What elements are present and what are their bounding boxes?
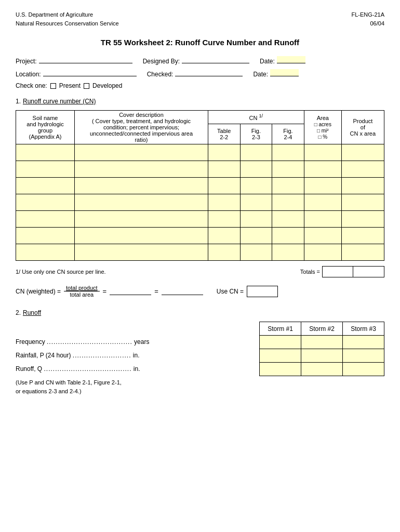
table-cell[interactable] [240,144,272,161]
frequency-storm3[interactable] [343,336,384,349]
table-cell[interactable] [304,194,341,211]
table-cell[interactable] [304,144,341,161]
table-cell[interactable] [208,244,240,261]
table-cell[interactable] [272,178,304,194]
col-fig23-header: Fig.2-3 [240,124,272,144]
runoff-storm2[interactable] [301,363,343,376]
table-cell[interactable] [208,144,240,161]
cn-calc-input2[interactable] [162,288,203,295]
table-cell[interactable] [240,211,272,228]
frequency-storm2[interactable] [301,336,343,349]
table-cell[interactable] [75,228,208,244]
totals-area-cell[interactable] [322,266,353,277]
checked-field: Checked: [147,69,243,78]
table-cell[interactable] [272,211,304,228]
storm1-header: Storm #1 [260,322,301,336]
table-cell[interactable] [272,161,304,178]
section2: 2.Runoff Frequency .....................… [16,309,384,395]
table-cell[interactable] [208,228,240,244]
designed-by-input[interactable] [182,56,249,63]
date2-input[interactable] [270,69,299,76]
project-field: Project: [16,56,132,65]
runoff-content: Frequency ..............................… [16,322,384,376]
table-cell[interactable] [16,178,75,194]
runoff-storm1[interactable] [260,363,301,376]
table-cell[interactable] [16,161,75,178]
table-row [16,194,384,211]
table-cell[interactable] [240,194,272,211]
agency-line2: Natural Resources Conservation Service [16,19,119,28]
table-cell[interactable] [341,178,384,194]
cn-calc-input1[interactable] [110,288,151,295]
table-cell[interactable] [75,178,208,194]
frequency-label: Frequency ..............................… [16,338,149,345]
table-cell[interactable] [208,194,240,211]
table-cell[interactable] [208,161,240,178]
project-label: Project: [16,58,37,65]
table-cell[interactable] [304,211,341,228]
use-cn-box[interactable] [247,286,278,297]
rainfall-storm3[interactable] [343,349,384,363]
location-label: Location: [16,71,41,78]
totals-product-cell[interactable] [353,266,384,277]
table-row [16,178,384,194]
table-cell[interactable] [272,228,304,244]
table-cell[interactable] [75,244,208,261]
table-cell[interactable] [341,161,384,178]
table-cell[interactable] [75,194,208,211]
equals1: = [103,287,107,295]
table-cell[interactable] [240,244,272,261]
table-cell[interactable] [75,211,208,228]
frequency-row [260,336,384,349]
form-date: 06/04 [351,19,384,28]
checked-label: Checked: [147,71,174,78]
date1-field: Date: [260,56,305,65]
table-cell[interactable] [272,194,304,211]
table-row [16,228,384,244]
table-cell[interactable] [16,194,75,211]
table-cell[interactable] [16,211,75,228]
table-cell[interactable] [341,211,384,228]
table-cell[interactable] [75,144,208,161]
checked-input[interactable] [175,69,243,76]
table-cell[interactable] [240,161,272,178]
rainfall-storm1[interactable] [260,349,301,363]
runoff-note: (Use P and CN with Table 2-1, Figure 2-1… [16,378,384,395]
table-cell[interactable] [16,244,75,261]
table-cell[interactable] [75,161,208,178]
date2-label: Date: [253,71,268,78]
table-cell[interactable] [341,194,384,211]
table-cell[interactable] [240,178,272,194]
table-cell[interactable] [16,228,75,244]
rainfall-row [260,349,384,363]
table-cell[interactable] [240,228,272,244]
table-cell[interactable] [304,244,341,261]
developed-checkbox[interactable] [84,83,89,89]
date1-input[interactable] [277,56,305,63]
project-input[interactable] [39,56,132,63]
frequency-storm1[interactable] [260,336,301,349]
table-row [16,161,384,178]
runoff-storm3[interactable] [343,363,384,376]
location-input[interactable] [43,69,137,76]
rainfall-storm2[interactable] [301,349,343,363]
table-cell[interactable] [208,178,240,194]
runoff-label-row: Runoff, Q ..............................… [16,362,259,376]
designed-by-field: Designed By: [143,56,249,65]
cn-numerator: total product [64,285,100,291]
section2-number: 2. [16,309,21,316]
section1-header: 1.Runoff curve number (CN) [16,98,384,105]
table-cell[interactable] [272,244,304,261]
table-cell[interactable] [304,178,341,194]
cn-footnote: 1/ Use only one CN source per line. [16,269,300,275]
table-cell[interactable] [304,161,341,178]
table-cell[interactable] [341,228,384,244]
table-cell[interactable] [208,211,240,228]
table-row [16,144,384,161]
table-cell[interactable] [341,244,384,261]
table-cell[interactable] [341,144,384,161]
table-cell[interactable] [16,144,75,161]
table-cell[interactable] [304,228,341,244]
table-cell[interactable] [272,144,304,161]
present-checkbox[interactable] [50,83,56,89]
